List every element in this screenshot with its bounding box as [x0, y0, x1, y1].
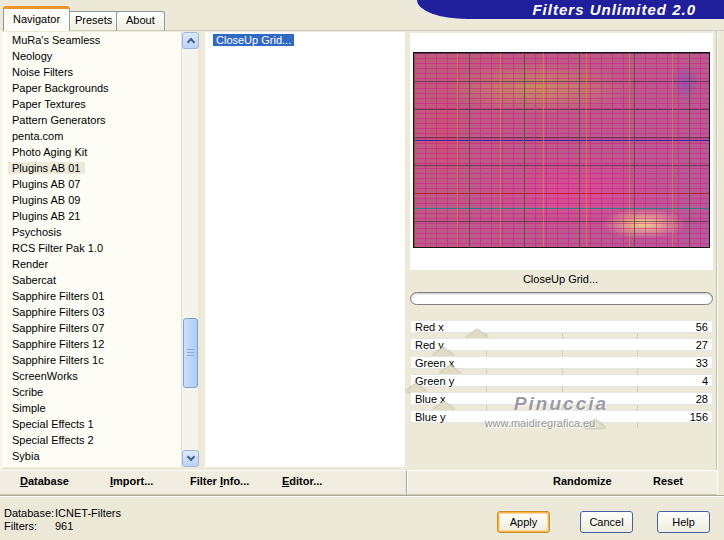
- navigator-list-item[interactable]: penta.com: [2, 128, 181, 144]
- navigator-scrollbar[interactable]: [181, 32, 198, 467]
- cancel-button[interactable]: Cancel: [580, 511, 633, 533]
- import-button[interactable]: Import...: [110, 475, 153, 487]
- filters-count-value: 961: [55, 520, 73, 532]
- navigator-list-item[interactable]: Photo Aging Kit: [2, 144, 181, 160]
- scroll-up-button[interactable]: [182, 32, 199, 49]
- slider-value: 156: [690, 411, 708, 423]
- filters-count-label: Filters:: [4, 520, 37, 532]
- parameter-slider[interactable]: Red y27: [411, 338, 712, 351]
- apply-button[interactable]: Apply: [497, 511, 550, 533]
- navigator-list-item[interactable]: Neology: [2, 48, 181, 64]
- window-title: Filters Unlimited 2.0: [417, 0, 724, 19]
- navigator-list-item[interactable]: Plugins AB 07: [2, 176, 181, 192]
- reset-button[interactable]: Reset: [653, 475, 683, 487]
- chevron-down-icon: [187, 453, 195, 461]
- chevron-up-icon: [187, 38, 195, 46]
- navigator-list-item[interactable]: Sapphire Filters 07: [2, 320, 181, 336]
- tab-navigator[interactable]: Navigator: [3, 6, 70, 31]
- slider-label: Red x: [415, 321, 444, 333]
- tab-presets[interactable]: Presets: [65, 11, 122, 31]
- navigator-list-item[interactable]: Sapphire Filters 12: [2, 336, 181, 352]
- navigator-category-list[interactable]: MuRa's SeamlessNeologyNoise FiltersPaper…: [2, 32, 181, 467]
- navigator-list-item[interactable]: Paper Backgrounds: [2, 80, 181, 96]
- navigator-list-item[interactable]: Sapphire Filters 1c: [2, 352, 181, 368]
- navigator-list-item[interactable]: Special Effects 2: [2, 432, 181, 448]
- navigator-list-item[interactable]: Scribe: [2, 384, 181, 400]
- slider-thumb[interactable]: [405, 383, 427, 392]
- navigator-list-item[interactable]: Pattern Generators: [2, 112, 181, 128]
- navigator-list-item[interactable]: Sapphire Filters 03: [2, 304, 181, 320]
- preview-box: [410, 33, 713, 270]
- slider-thumb[interactable]: [433, 401, 455, 410]
- slider-thumb[interactable]: [439, 365, 461, 374]
- navigator-list-item[interactable]: Sabercat: [2, 272, 181, 288]
- parameter-slider[interactable]: Green y4: [411, 374, 712, 387]
- database-toolbar: Database Import... Filter Info... Editor…: [0, 470, 405, 495]
- navigator-list-item[interactable]: Psychosis: [2, 224, 181, 240]
- navigator-list-item[interactable]: Render: [2, 256, 181, 272]
- database-status-value: ICNET-Filters: [55, 507, 121, 519]
- preview-panel: CloseUp Grid... Red x56Red y27Green x33G…: [405, 30, 717, 495]
- scroll-down-button[interactable]: [182, 450, 199, 467]
- navigator-list-item[interactable]: Paper Textures: [2, 96, 181, 112]
- randomize-toolbar: Randomize Reset: [406, 470, 717, 495]
- navigator-list-item[interactable]: Special Effects 1: [2, 416, 181, 432]
- parameter-slider[interactable]: Red x56: [411, 320, 712, 333]
- selected-filter-title: CloseUp Grid...: [405, 273, 716, 285]
- navigator-list-item[interactable]: ScreenWorks: [2, 368, 181, 384]
- progress-bar: [410, 292, 713, 305]
- scrollbar-grip-icon: [187, 349, 194, 358]
- navigator-list-item[interactable]: MuRa's Seamless: [2, 32, 181, 48]
- slider-thumb[interactable]: [466, 329, 488, 338]
- navigator-list-item[interactable]: Sapphire Filters 01: [2, 288, 181, 304]
- navigator-list-item[interactable]: Plugins AB 09: [2, 192, 181, 208]
- slider-value: 33: [696, 357, 708, 369]
- navigator-list-item[interactable]: Plugins AB 21: [2, 208, 181, 224]
- filter-list[interactable]: CloseUp Grid...: [205, 32, 405, 467]
- slider-value: 27: [696, 339, 708, 351]
- randomize-button[interactable]: Randomize: [553, 475, 612, 487]
- navigator-list-item[interactable]: Noise Filters: [2, 64, 181, 80]
- parameter-slider[interactable]: Green x33: [411, 356, 712, 369]
- navigator-list-item[interactable]: Sybia: [2, 448, 181, 464]
- slider-value: 56: [696, 321, 708, 333]
- tab-about[interactable]: About: [116, 11, 165, 31]
- filter-preview-image: [413, 52, 710, 248]
- navigator-list-item[interactable]: RCS Filter Pak 1.0: [2, 240, 181, 256]
- slider-value: 28: [696, 393, 708, 405]
- navigator-list-item[interactable]: Simple: [2, 400, 181, 416]
- watermark-url: www.maidiregrafica.eu: [425, 417, 655, 429]
- filter-list-item[interactable]: CloseUp Grid...: [205, 32, 405, 48]
- slider-thumb[interactable]: [432, 347, 454, 356]
- help-button[interactable]: Help: [657, 511, 710, 533]
- editor-button[interactable]: Editor...: [282, 475, 322, 487]
- slider-value: 4: [702, 375, 708, 387]
- scrollbar-thumb[interactable]: [183, 318, 198, 388]
- database-button[interactable]: Database: [20, 475, 69, 487]
- database-status-label: Database:: [4, 507, 54, 519]
- watermark-text: Pinuccia: [461, 393, 661, 415]
- filter-info-button[interactable]: Filter Info...: [190, 475, 249, 487]
- navigator-list-item[interactable]: Plugins AB 01: [2, 160, 181, 176]
